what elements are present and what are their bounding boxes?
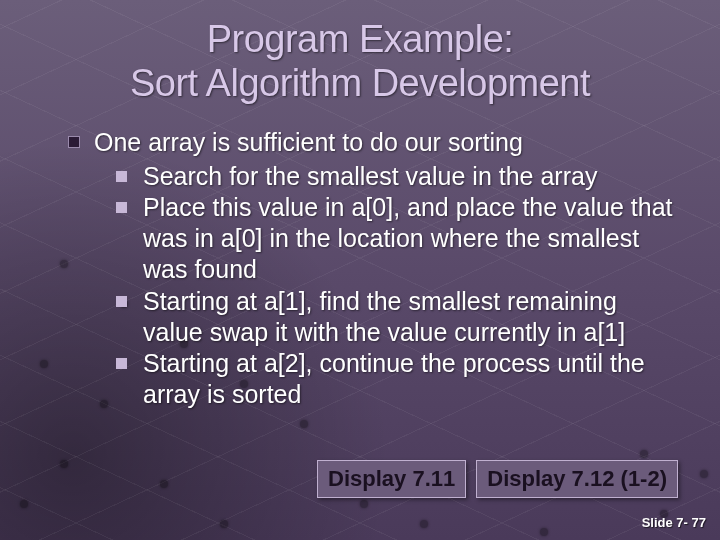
sub-point-text: Place this value in a[0], and place the … xyxy=(143,192,680,286)
display-7-12-button[interactable]: Display 7.12 (1-2) xyxy=(476,460,678,498)
slide: Program Example: Sort Algorithm Developm… xyxy=(0,0,720,540)
top-bullet-item: One array is sufficient to do our sortin… xyxy=(68,127,680,158)
title-line-1: Program Example: xyxy=(207,18,514,60)
list-item: Starting at a[2], continue the process u… xyxy=(116,348,680,411)
list-item: Search for the smallest value in the arr… xyxy=(116,161,680,192)
slide-content: One array is sufficient to do our sortin… xyxy=(40,127,680,410)
slide-number: Slide 7- 77 xyxy=(642,515,706,530)
display-7-11-button[interactable]: Display 7.11 xyxy=(317,460,466,498)
title-line-2: Sort Algorithm Development xyxy=(130,62,590,104)
display-buttons-row: Display 7.11 Display 7.12 (1-2) xyxy=(317,460,678,498)
list-item: Starting at a[1], find the smallest rema… xyxy=(116,286,680,349)
square-bullet-icon xyxy=(116,296,127,307)
square-bullet-icon xyxy=(116,202,127,213)
sub-point-text: Starting at a[1], find the smallest rema… xyxy=(143,286,680,349)
square-bullet-icon xyxy=(116,358,127,369)
square-bullet-icon xyxy=(116,171,127,182)
sub-point-text: Starting at a[2], continue the process u… xyxy=(143,348,680,411)
slide-title: Program Example: Sort Algorithm Developm… xyxy=(40,18,680,105)
sub-bullet-list: Search for the smallest value in the arr… xyxy=(68,161,680,411)
top-point-text: One array is sufficient to do our sortin… xyxy=(94,127,523,158)
sub-point-text: Search for the smallest value in the arr… xyxy=(143,161,597,192)
list-item: Place this value in a[0], and place the … xyxy=(116,192,680,286)
square-bullet-icon xyxy=(68,136,80,148)
